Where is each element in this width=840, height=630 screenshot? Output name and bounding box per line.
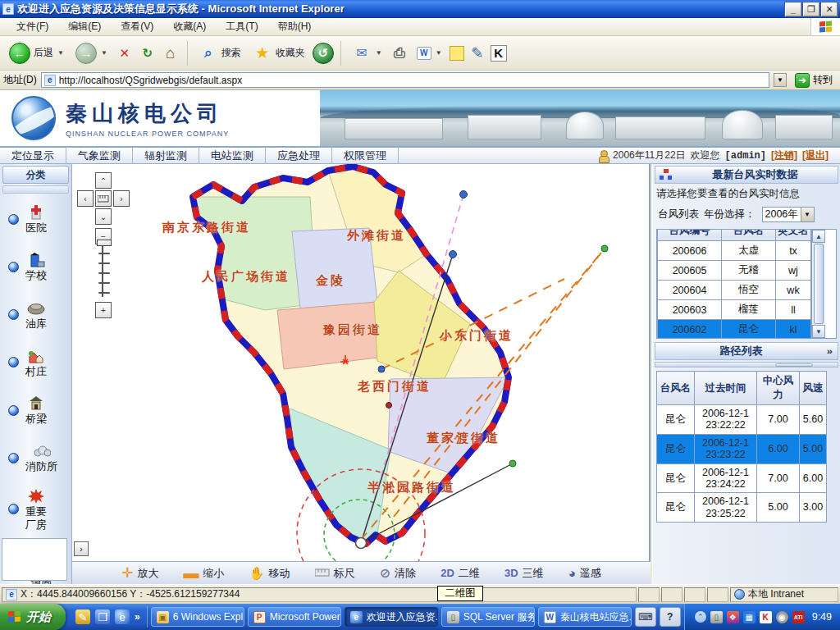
exit-link[interactable]: [退出] xyxy=(802,148,829,162)
tray-ati-icon[interactable]: ATI xyxy=(792,611,805,623)
path-list-header[interactable]: 路径列表 » xyxy=(655,342,838,360)
tray-grid-icon[interactable]: ▦ xyxy=(743,611,756,623)
view-2d-button[interactable]: 2D 二维 xyxy=(441,566,480,581)
year-dropdown-icon[interactable]: ▼ xyxy=(801,208,814,221)
sidebar-item-oil-depot[interactable]: 油库 xyxy=(0,291,71,339)
language-bar-keyboard-button[interactable]: ⌨ xyxy=(635,607,656,627)
scroll-thumb[interactable] xyxy=(814,244,824,324)
quicklaunch-ie-icon[interactable]: e xyxy=(115,609,130,624)
start-button[interactable]: 开始 xyxy=(0,604,66,630)
address-input[interactable]: e http://localhost/QSgridwebgis/default.… xyxy=(41,72,769,88)
task-word-document[interactable]: W 秦山核电站应急... xyxy=(538,607,632,627)
pan-right-button[interactable]: › xyxy=(113,190,130,207)
table-row[interactable]: 昆仑2006-12-1 23:22:227.005.60 xyxy=(657,405,827,435)
sidebar-collapse-button[interactable]: › xyxy=(74,541,89,556)
scroll-up-icon[interactable]: ▲ xyxy=(812,230,825,243)
search-button[interactable]: ⌕ 搜索 xyxy=(194,42,245,65)
tab-weather-monitoring[interactable]: 气象监测 xyxy=(66,147,133,165)
sidebar-item-fire-station[interactable]: 消防所 xyxy=(0,434,71,482)
path-point-green[interactable] xyxy=(601,245,608,252)
address-dropdown-icon[interactable]: ▼ xyxy=(774,73,787,87)
task-ie-active[interactable]: e 欢迎进入应急资... xyxy=(345,607,438,627)
stop-icon[interactable]: ✕ xyxy=(115,43,135,63)
sidebar-item-important-plant[interactable]: 重要 厂房 xyxy=(0,482,71,541)
menu-file[interactable]: 文件(F) xyxy=(7,17,58,36)
back-button[interactable]: ← 后退 ▼ xyxy=(5,41,68,66)
year-select[interactable]: 2006年 ▼ xyxy=(762,207,815,222)
table-row-selected[interactable]: 200602昆仑kl xyxy=(658,320,811,339)
quicklaunch-overflow-icon[interactable]: » xyxy=(135,611,140,623)
pan-left-button[interactable]: ‹ xyxy=(77,190,94,207)
path-point-blue[interactable] xyxy=(460,191,468,199)
zoom-slider-handle[interactable] xyxy=(97,240,112,246)
pan-down-button[interactable]: ⌄ xyxy=(95,208,112,225)
zoom-out-button[interactable]: ▬ 缩小 xyxy=(184,564,225,582)
table-row[interactable]: 200604悟空wk xyxy=(658,281,811,300)
path-point-blue[interactable] xyxy=(450,251,457,258)
quicklaunch-desktop-icon[interactable]: ❒ xyxy=(95,609,110,624)
tray-sql-icon[interactable]: ▯ xyxy=(710,611,723,623)
table-row[interactable]: 昆仑2006-12-1 23:25:225.003.00 xyxy=(657,493,827,523)
minimize-button[interactable]: _ xyxy=(785,2,801,16)
ruler-button[interactable]: 标尺 xyxy=(315,566,355,581)
forward-button[interactable]: → ▼ xyxy=(71,41,112,66)
menu-view[interactable]: 查看(V) xyxy=(111,17,163,36)
task-windows-explorer-group[interactable]: ▣ 6 Windows Expl... ▼ xyxy=(151,607,244,627)
tray-volume-icon[interactable]: ◉ xyxy=(776,611,788,623)
mail-button[interactable]: ✉ ▼ xyxy=(348,42,386,65)
menu-help[interactable]: 帮助(H) xyxy=(268,17,322,36)
notes-icon[interactable] xyxy=(450,46,464,61)
tab-emergency-handling[interactable]: 应急处理 xyxy=(266,147,332,165)
menu-favorites[interactable]: 收藏(A) xyxy=(163,17,216,36)
view-3d-button[interactable]: 3D 三维 xyxy=(504,566,544,581)
table-row[interactable]: 200605无稽wj xyxy=(658,261,811,281)
table-row[interactable]: 200603榴莲ll xyxy=(658,300,811,320)
history-icon[interactable]: ↺ xyxy=(313,43,334,64)
sidebar-item-bridge[interactable]: 桥梁 xyxy=(0,386,71,434)
word-dropdown-icon[interactable]: ▼ xyxy=(436,49,442,57)
sidebar-item-hospital[interactable]: 医院 xyxy=(0,195,71,243)
table-row-selected[interactable]: 昆仑2006-12-1 23:23:226.005.00 xyxy=(657,434,827,463)
favorites-button[interactable]: ★ 收藏夹 xyxy=(249,42,309,65)
clear-button[interactable]: ⊘ 清除 xyxy=(380,565,416,581)
print-icon[interactable]: ⎙ xyxy=(390,43,409,63)
mail-dropdown-icon[interactable]: ▼ xyxy=(376,49,382,57)
tray-kaspersky-icon[interactable]: K xyxy=(760,611,772,623)
collapse-chevron-icon[interactable]: » xyxy=(827,346,831,356)
splitter-grip[interactable] xyxy=(775,363,813,367)
tab-plant-monitoring[interactable]: 电站监测 xyxy=(199,147,266,165)
path-point-blue[interactable] xyxy=(378,366,385,372)
typhoon-center-point[interactable] xyxy=(356,538,367,549)
path-point-green[interactable] xyxy=(509,460,516,467)
back-dropdown-icon[interactable]: ▼ xyxy=(57,49,64,57)
tray-messenger-icon[interactable]: ❖ xyxy=(727,611,739,623)
tab-radiation-monitoring[interactable]: 辐射监测 xyxy=(133,147,199,165)
pan-button[interactable]: ✋ 移动 xyxy=(249,566,290,581)
district-map[interactable] xyxy=(72,164,651,561)
logout-link[interactable]: [注销] xyxy=(771,148,797,162)
task-sql-server[interactable]: ▯ SQL Server 服务... xyxy=(441,607,535,627)
remote-sensing-button[interactable]: ◕ 遥感 xyxy=(568,566,601,581)
map-area[interactable]: 南京东路街道 外滩街道 人民广场街道 金陵 豫园街道 小东门街道 老西门街道 董… xyxy=(72,164,651,584)
pan-up-button[interactable]: ⌃ xyxy=(95,172,112,189)
full-extent-button[interactable] xyxy=(95,190,112,207)
task-powerpoint[interactable]: P Microsoft PowerP... xyxy=(248,607,341,627)
kaspersky-icon[interactable]: K xyxy=(491,45,507,62)
quicklaunch-pen-icon[interactable]: ✎ xyxy=(75,609,90,624)
restore-button[interactable]: ❐ xyxy=(803,2,819,16)
go-button[interactable]: ➜ 转到 xyxy=(791,72,837,89)
table-scrollbar[interactable]: ▲ ▼ xyxy=(811,230,825,338)
table-row[interactable]: 昆仑2006-12-1 23:24:227.006.00 xyxy=(657,463,827,493)
zoom-in-step-button[interactable]: + xyxy=(95,302,112,318)
table-row[interactable]: 200606太虚tx xyxy=(658,241,811,261)
edit-with-word-button[interactable]: W ▼ xyxy=(413,45,446,62)
sidebar-item-school[interactable]: 学校 xyxy=(0,243,71,290)
panel-splitter[interactable] xyxy=(655,362,838,368)
sidebar-item-village[interactable]: 村庄 xyxy=(0,339,71,386)
refresh-icon[interactable]: ↻ xyxy=(138,43,158,63)
language-bar-help-button[interactable]: ? xyxy=(660,607,681,627)
tab-permission-management[interactable]: 权限管理 xyxy=(332,147,399,165)
scroll-down-icon[interactable]: ▼ xyxy=(812,325,825,338)
menu-tools[interactable]: 工具(T) xyxy=(216,17,267,36)
path-point-red[interactable] xyxy=(386,403,392,409)
